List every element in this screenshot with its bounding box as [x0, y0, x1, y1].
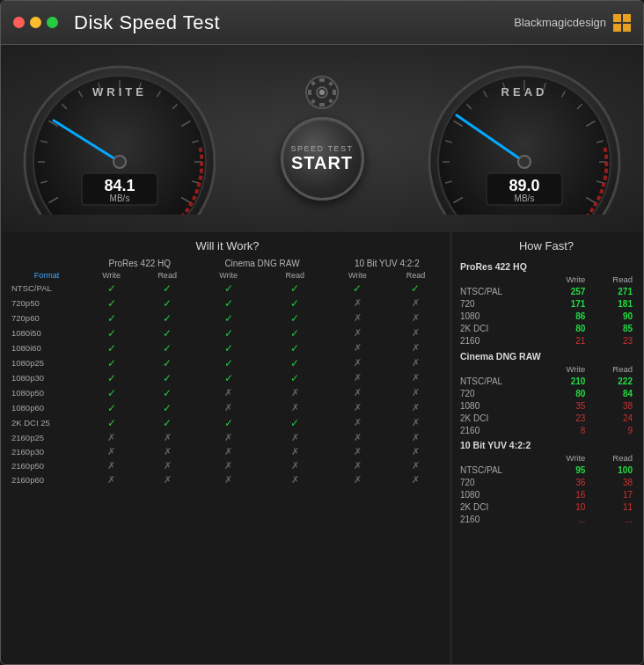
- speed-write-value: 21: [543, 335, 589, 347]
- speed-row: 7203638: [457, 477, 636, 489]
- check-cell: ✗: [386, 400, 445, 415]
- col-header: Read: [589, 274, 636, 286]
- svg-point-26: [319, 90, 325, 95]
- speed-write-value: 23: [543, 412, 589, 424]
- speed-row: 7208084: [457, 387, 636, 399]
- table-row: 720p60✓✓✓✓✗✗: [10, 311, 445, 325]
- table-row: 1080i50✓✓✓✓✗✗: [10, 325, 445, 340]
- maximize-button[interactable]: [47, 17, 58, 28]
- title-bar: Disk Speed Test Blackmagicdesign: [1, 1, 643, 45]
- window-controls: [13, 17, 58, 28]
- check-cell: ✗: [139, 430, 195, 444]
- how-fast-panel: How Fast? ProRes 422 HQWriteReadNTSC/PAL…: [451, 232, 643, 664]
- check-cell: ✗: [261, 472, 329, 486]
- start-label: START: [291, 153, 353, 173]
- section-header-row: 10 Bit YUV 4:2:2: [457, 436, 636, 452]
- table-row: 1080p50✓✓✗✗✗✗: [10, 385, 445, 400]
- speed-row: NTSC/PAL95100: [457, 464, 636, 477]
- speed-row-label: 720: [457, 477, 543, 489]
- will-it-work-title: Will it Work?: [10, 239, 445, 252]
- check-cell: ✗: [261, 385, 329, 400]
- row-label: 1080i50: [10, 325, 84, 340]
- row-label: 2160p50: [10, 458, 84, 472]
- row-label: 720p50: [10, 296, 84, 311]
- write-gauge-label: WRITE: [18, 85, 221, 99]
- speed-row-label: NTSC/PAL: [457, 286, 543, 298]
- speed-write-value: 210: [543, 375, 589, 387]
- check-cell: ✗: [195, 400, 261, 415]
- table-row: 2K DCI 25✓✓✓✓✗✗: [10, 415, 445, 430]
- section-header: ProRes 422 HQ: [457, 258, 636, 274]
- start-button[interactable]: SPEED TEST START: [281, 117, 364, 201]
- check-cell: ✗: [195, 458, 261, 472]
- speed-row-label: 2160: [457, 514, 543, 526]
- row-label: 1080p60: [10, 400, 84, 415]
- svg-point-47: [518, 156, 531, 168]
- close-button[interactable]: [13, 17, 25, 28]
- col-header-row: WriteRead: [457, 452, 636, 464]
- center-controls: SPEED TEST START: [281, 75, 364, 201]
- check-cell: ✗: [195, 444, 261, 458]
- check-cell: ✓: [195, 415, 261, 430]
- speed-row: 10801617: [457, 489, 636, 501]
- table-row: 1080i60✓✓✓✓✗✗: [10, 340, 445, 355]
- gear-icon[interactable]: [304, 75, 340, 110]
- check-cell: ✗: [386, 325, 445, 340]
- speed-row-label: 720: [457, 298, 543, 311]
- speed-write-value: 257: [543, 286, 589, 298]
- row-label: 1080i60: [10, 340, 84, 355]
- speed-read-value: ...: [589, 514, 636, 526]
- check-cell: ✗: [386, 458, 445, 472]
- check-cell: ✓: [329, 281, 386, 296]
- table-row: 1080p25✓✓✓✓✗✗: [10, 355, 445, 370]
- check-cell: ✓: [261, 281, 329, 296]
- check-cell: ✓: [84, 325, 139, 340]
- check-cell: ✗: [139, 458, 195, 472]
- table-row: 2160p25✗✗✗✗✗✗: [10, 430, 445, 444]
- check-cell: ✓: [139, 311, 195, 325]
- speed-row: 21602123: [457, 335, 636, 347]
- brand-name: Blackmagicdesign: [514, 16, 606, 29]
- check-cell: ✗: [329, 355, 386, 370]
- check-cell: ✗: [386, 444, 445, 458]
- svg-point-20: [113, 156, 126, 168]
- check-cell: ✗: [84, 458, 139, 472]
- check-cell: ✓: [261, 325, 329, 340]
- speed-row: 216089: [457, 424, 636, 436]
- col-header: Write: [543, 452, 589, 464]
- check-cell: ✓: [261, 415, 329, 430]
- speed-write-value: 8: [543, 424, 589, 436]
- speed-row: NTSC/PAL210222: [457, 375, 636, 387]
- speed-row: 2K DCI1011: [457, 501, 636, 514]
- speed-read-value: 17: [589, 489, 636, 501]
- speed-row-label: 2K DCI: [457, 412, 543, 424]
- speed-write-value: 35: [543, 399, 589, 412]
- speed-read-value: 11: [589, 501, 636, 514]
- speed-row-label: 1080: [457, 311, 543, 323]
- read-gauge-label: READ: [423, 85, 626, 99]
- section-header-row: Cinema DNG RAW: [457, 347, 636, 363]
- check-cell: ✓: [139, 355, 195, 370]
- yuv-header: 10 Bit YUV 4:2:2: [329, 258, 445, 269]
- check-cell: ✓: [195, 281, 261, 296]
- check-cell: ✗: [84, 444, 139, 458]
- table-row: 1080p30✓✓✓✓✗✗: [10, 370, 445, 385]
- format-label: Format: [10, 269, 84, 281]
- col-header: Read: [589, 362, 636, 375]
- row-label: 1080p25: [10, 355, 84, 370]
- write-col-3: Write: [329, 269, 386, 281]
- table-row: 2160p30✗✗✗✗✗✗: [10, 444, 445, 458]
- section-header: Cinema DNG RAW: [457, 347, 636, 363]
- check-cell: ✓: [195, 340, 261, 355]
- minimize-button[interactable]: [30, 17, 41, 28]
- speed-row-label: 1080: [457, 489, 543, 501]
- write-col-1: Write: [84, 269, 139, 281]
- check-cell: ✗: [261, 444, 329, 458]
- speed-write-value: 36: [543, 477, 589, 489]
- read-col-2: Read: [261, 269, 329, 281]
- check-cell: ✓: [195, 296, 261, 311]
- check-cell: ✓: [84, 296, 139, 311]
- check-cell: ✗: [386, 430, 445, 444]
- gauge-section: 84.1 MB/s WRITE SPEED TEST START: [1, 45, 643, 232]
- speed-row-label: 2K DCI: [457, 323, 543, 335]
